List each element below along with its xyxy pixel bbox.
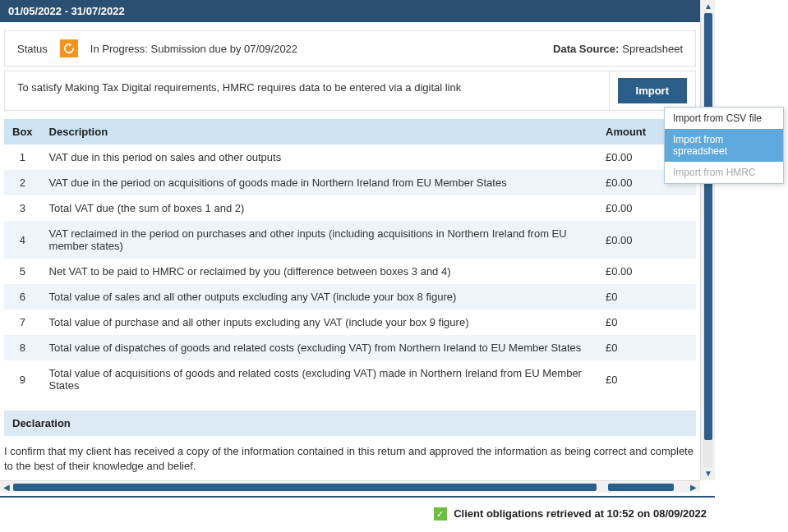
cell-box: 8 [4,335,41,360]
check-icon: ✓ [434,507,447,521]
status-row: Status In Progress: Submission due by 07… [4,30,696,66]
declaration-text: I confirm that my client has received a … [0,436,700,480]
cell-description: VAT reclaimed in the period on purchases… [41,221,597,259]
data-source: Data Source: Spreadsheet [541,31,695,66]
cell-description: Total value of purchase and all other in… [41,310,597,335]
cell-box: 9 [4,360,41,398]
cell-description: Total value of dispatches of goods and r… [41,335,597,360]
info-row: To satisfy Making Tax Digital requiremen… [4,71,696,111]
cell-description: Total value of acquisitions of goods and… [41,360,597,398]
cell-amount: £0 [597,284,696,310]
cell-description: Net VAT to be paid to HMRC or reclaimed … [41,259,597,284]
in-progress-icon [60,39,78,57]
scroll-thumb[interactable] [13,484,597,491]
table-row: 7 Total value of purchase and all other … [4,310,696,335]
scroll-left-arrow-icon[interactable]: ◀ [0,481,13,493]
cell-box: 6 [4,284,41,310]
table-row: 2 VAT due in the period on acquisitions … [4,170,696,195]
cell-box: 3 [4,195,41,221]
table-row: 8 Total value of dispatches of goods and… [4,335,696,360]
cell-box: 5 [4,259,41,284]
cell-box: 7 [4,310,41,335]
horizontal-scrollbar[interactable]: ◀ ▶ [0,480,700,493]
data-source-label: Data Source: [553,43,619,55]
status-label: Status [17,43,48,55]
mtd-info-text: To satisfy Making Tax Digital requiremen… [5,71,609,110]
cell-amount: £0 [597,310,696,335]
cell-amount: £0.00 [597,259,696,284]
cell-amount: £0 [597,360,696,398]
cell-amount: £0.00 [597,195,696,221]
cell-description: Total value of sales and all other outpu… [41,284,597,310]
scroll-thumb[interactable] [704,13,712,440]
status-bar: ✓ Client obligations retrieved at 10:52 … [0,503,715,524]
table-row: 1 VAT due in this period on sales and ot… [4,144,696,170]
cell-description: VAT due in the period on acquisitions of… [41,170,597,195]
status-text: In Progress: Submission due by 07/09/202… [90,43,297,55]
declaration-header: Declaration [4,410,696,436]
separator [0,496,715,498]
data-source-value: Spreadsheet [622,43,683,55]
scroll-up-arrow-icon[interactable]: ▲ [701,0,716,13]
col-header-description: Description [41,119,597,144]
menu-item-import-csv[interactable]: Import from CSV file [665,108,783,129]
cell-box: 2 [4,170,41,195]
cell-description: VAT due in this period on sales and othe… [41,144,597,170]
menu-item-import-spreadsheet[interactable]: Import from spreadsheet [665,129,783,162]
period-header: 01/05/2022 - 31/07/2022 [0,0,700,22]
cell-box: 1 [4,144,41,170]
import-button[interactable]: Import [618,78,687,103]
scroll-down-arrow-icon[interactable]: ▼ [701,467,716,480]
table-row: 6 Total value of sales and all other out… [4,284,696,310]
cell-amount: £0.00 [597,221,696,259]
col-header-box: Box [4,119,41,144]
menu-item-import-hmrc: Import from HMRC [665,162,783,183]
cell-box: 4 [4,221,41,259]
table-row: 4 VAT reclaimed in the period on purchas… [4,221,696,259]
status-bar-text: Client obligations retrieved at 10:52 on… [454,508,707,521]
table-row: 3 Total VAT due (the sum of boxes 1 and … [4,195,696,221]
table-row: 5 Net VAT to be paid to HMRC or reclaime… [4,259,696,284]
scroll-right-arrow-icon[interactable]: ▶ [687,481,700,493]
vat-boxes-table: Box Description Amount 1 VAT due in this… [4,119,696,398]
import-dropdown-menu: Import from CSV file Import from spreads… [664,107,784,184]
cell-amount: £0 [597,335,696,360]
cell-description: Total VAT due (the sum of boxes 1 and 2) [41,195,597,221]
table-row: 9 Total value of acquisitions of goods a… [4,360,696,398]
vertical-scrollbar[interactable]: ▲ ▼ [700,0,715,480]
scroll-thumb[interactable] [608,484,674,491]
